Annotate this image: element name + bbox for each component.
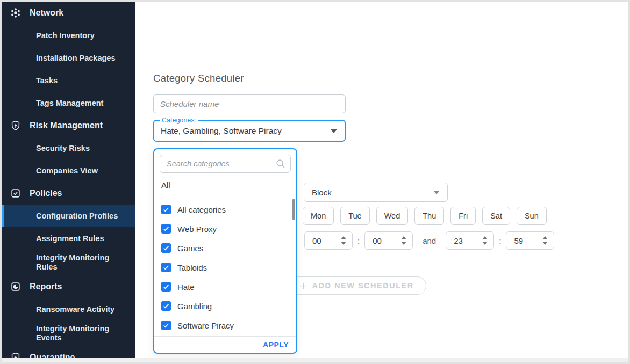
- spinner-arrows-icon: [482, 236, 488, 245]
- spin-up-icon[interactable]: [341, 236, 346, 239]
- spin-down-icon[interactable]: [341, 242, 346, 245]
- category-option-games[interactable]: Games: [154, 238, 296, 258]
- sidebar-item-configuration-profiles[interactable]: Configuration Profiles: [2, 205, 135, 227]
- app-window: Network Patch Inventory Installation Pac…: [0, 0, 630, 364]
- plus-icon: +: [300, 280, 306, 292]
- sidebar-item-integrity-monitoring-rules[interactable]: Integrity Monitoring Rules: [2, 250, 135, 275]
- risk-management-icon: [9, 119, 22, 132]
- page-title: Category Scheduler: [153, 72, 244, 84]
- sidebar-section-risk-management[interactable]: Risk Management: [2, 114, 135, 137]
- categories-select[interactable]: Categories: Hate, Gambling, Software Pir…: [153, 117, 346, 142]
- category-option-tabloids[interactable]: Tabloids: [154, 258, 296, 277]
- sidebar-item-security-risks[interactable]: Security Risks: [2, 137, 135, 159]
- spin-up-icon[interactable]: [542, 236, 548, 239]
- time-separator: :: [499, 236, 501, 245]
- checkbox-checked-icon[interactable]: [161, 321, 171, 330]
- policies-icon: [9, 187, 22, 200]
- sidebar-item-installation-packages[interactable]: Installation Packages: [2, 47, 135, 69]
- main-content: Category Scheduler Categories: Hate, Gam…: [135, 2, 628, 358]
- quarantine-icon: [9, 351, 22, 358]
- weekday-row: Mon Tue Wed Thu Fri Sat Sun: [303, 207, 547, 225]
- time-separator: :: [357, 236, 360, 245]
- category-option-gambling[interactable]: Gambling: [154, 296, 296, 316]
- start-hour-stepper[interactable]: 00: [304, 231, 353, 250]
- category-group-label: All: [161, 180, 170, 190]
- end-hour-stepper[interactable]: 23: [446, 231, 494, 250]
- category-option-hate[interactable]: Hate: [154, 277, 296, 296]
- day-button-sun[interactable]: Sun: [517, 207, 547, 225]
- day-button-tue[interactable]: Tue: [340, 207, 369, 225]
- chevron-down-icon: [331, 129, 337, 133]
- time-range-row: 00 : 00 and 23: [304, 231, 554, 250]
- sidebar-item-ransomware-activity[interactable]: Ransomware Activity: [2, 298, 135, 321]
- sidebar-item-integrity-monitoring-events[interactable]: Integrity Monitoring Events: [2, 321, 135, 346]
- day-button-thu[interactable]: Thu: [414, 207, 444, 225]
- day-button-mon[interactable]: Mon: [303, 207, 334, 225]
- checkbox-checked-icon[interactable]: [161, 224, 171, 234]
- sidebar-section-policies[interactable]: Policies: [2, 182, 135, 205]
- chevron-down-icon: [433, 191, 440, 194]
- dropdown-footer: APPLY: [154, 336, 296, 353]
- sidebar-section-reports[interactable]: Reports: [2, 275, 135, 298]
- day-button-fri[interactable]: Fri: [450, 207, 476, 225]
- spin-up-icon[interactable]: [482, 236, 488, 239]
- checkbox-checked-icon[interactable]: [161, 263, 171, 272]
- categories-dropdown-panel: All All categories Web Proxy: [153, 148, 297, 354]
- sidebar-item-patch-inventory[interactable]: Patch Inventory: [2, 24, 135, 47]
- checkbox-checked-icon[interactable]: [161, 205, 171, 214]
- section-label: Reports: [30, 282, 62, 292]
- scheduler-name-input[interactable]: [153, 94, 346, 113]
- time-conjunction: and: [423, 236, 436, 245]
- spinner-arrows-icon: [542, 236, 548, 245]
- spin-up-icon[interactable]: [401, 236, 406, 239]
- action-select-value: Block: [312, 188, 332, 197]
- day-button-wed[interactable]: Wed: [376, 207, 409, 225]
- day-button-sat[interactable]: Sat: [482, 207, 510, 225]
- checkbox-checked-icon[interactable]: [161, 301, 171, 311]
- category-option-all-categories[interactable]: All categories: [154, 200, 296, 219]
- sidebar: Network Patch Inventory Installation Pac…: [2, 2, 135, 358]
- action-select[interactable]: Block: [304, 183, 448, 202]
- categories-select-label: Categories:: [160, 117, 198, 124]
- apply-button[interactable]: APPLY: [263, 340, 289, 349]
- network-icon: [9, 6, 22, 19]
- category-option-web-proxy[interactable]: Web Proxy: [154, 219, 296, 238]
- reports-icon: [9, 280, 22, 293]
- category-search-input[interactable]: [160, 155, 291, 173]
- start-minute-stepper[interactable]: 00: [364, 231, 413, 250]
- category-option-software-piracy[interactable]: Software Piracy: [154, 316, 296, 335]
- spin-down-icon[interactable]: [401, 242, 406, 245]
- spinner-arrows-icon: [341, 236, 346, 245]
- spin-down-icon[interactable]: [482, 242, 488, 245]
- sidebar-item-tasks[interactable]: Tasks: [2, 69, 135, 92]
- sidebar-section-quarantine[interactable]: Quarantine: [2, 346, 135, 358]
- sidebar-item-companies-view[interactable]: Companies View: [2, 159, 135, 182]
- search-icon: [275, 158, 286, 171]
- dropdown-scrollbar[interactable]: [292, 199, 295, 220]
- spinner-arrows-icon: [401, 236, 406, 245]
- add-new-scheduler-button[interactable]: + ADD NEW SCHEDULER: [288, 276, 426, 295]
- sidebar-item-assignment-rules[interactable]: Assignment Rules: [2, 227, 135, 250]
- section-label: Quarantine: [30, 353, 75, 358]
- sidebar-item-tags-management[interactable]: Tags Management: [2, 92, 135, 114]
- spin-down-icon[interactable]: [542, 242, 548, 245]
- category-option-list: All categories Web Proxy Games: [154, 200, 296, 335]
- categories-select-value: Hate, Gambling, Software Piracy: [161, 126, 282, 136]
- checkbox-checked-icon[interactable]: [161, 243, 171, 253]
- horizontal-scrollbar[interactable]: [2, 358, 628, 362]
- section-label: Risk Management: [30, 121, 103, 130]
- section-label: Policies: [30, 188, 62, 198]
- checkbox-checked-icon[interactable]: [161, 282, 171, 292]
- end-minute-stepper[interactable]: 59: [506, 231, 554, 250]
- section-label: Network: [30, 8, 63, 18]
- sidebar-section-network[interactable]: Network: [2, 2, 135, 24]
